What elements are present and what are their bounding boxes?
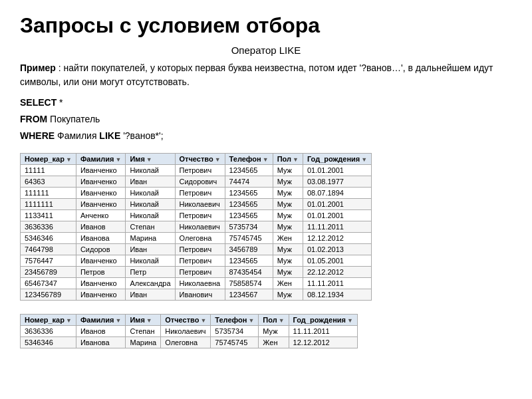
result-table-header-Отчество: Отчество▼ [161, 314, 211, 325]
table-cell: 08.07.1894 [303, 187, 371, 198]
table-cell: 03.08.1977 [303, 176, 371, 187]
result-table-cell: 5346346 [21, 336, 76, 348]
table-cell: Петрович [175, 255, 225, 266]
table-cell: Петров [76, 266, 126, 277]
table-cell: Иванченко [76, 176, 126, 187]
result-table-cell: Иванова [76, 336, 126, 348]
main-table-row: 1133411АнченкоНиколайПетрович1234565Муж0… [21, 209, 372, 221]
table-cell: 1133411 [21, 209, 76, 221]
result-table-cell: Николаевич [161, 325, 211, 336]
page-title: Запросы с условием отбора [20, 13, 512, 38]
table-cell: Николай [126, 164, 175, 176]
table-cell: 01.01.2001 [303, 164, 371, 176]
table-cell: Иванов [76, 221, 126, 232]
result-table-cell: 75745745 [211, 336, 259, 348]
result-table-header-Фамилия: Фамилия▼ [76, 314, 126, 325]
table-cell: 08.12.1934 [303, 289, 371, 300]
table-cell: 64363 [21, 176, 76, 187]
result-table-header-Номер_кар: Номер_кар▼ [21, 314, 76, 325]
table-cell: Муж [273, 187, 303, 198]
table-cell: Муж [273, 243, 303, 255]
table-cell: Петр [126, 266, 175, 277]
table-cell: 7464798 [21, 243, 76, 255]
table-cell: Иванченко [76, 277, 126, 289]
table-cell: Александра [126, 277, 175, 289]
table-cell: 11.11.2011 [303, 221, 371, 232]
table-cell: Анченко [76, 209, 126, 221]
result-table-cell: 11.11.2011 [289, 325, 357, 336]
table-cell: Петрович [175, 164, 225, 176]
result-table-container: Номер_кар▼Фамилия▼Имя▼Отчество▼Телефон▼П… [20, 314, 512, 348]
main-table-header-Телефон: Телефон▼ [225, 153, 273, 164]
table-cell: Николай [126, 187, 175, 198]
table-cell: 1234565 [225, 255, 273, 266]
main-table-row: 3636336ИвановСтепанНиколаевич5735734Муж1… [21, 221, 372, 232]
main-table-row: 123456789ИванченкоИванИванович1234567Муж… [21, 289, 372, 300]
table-cell: 1234567 [225, 289, 273, 300]
table-cell: 3456789 [225, 243, 273, 255]
table-cell: Иван [126, 289, 175, 300]
table-cell: Иван [126, 243, 175, 255]
table-cell: Иванович [175, 289, 225, 300]
table-cell: Муж [273, 289, 303, 300]
main-table-row: 1111111ИванченкоНиколайНиколаевич1234565… [21, 198, 372, 209]
table-cell: 23456789 [21, 266, 76, 277]
table-cell: 65467347 [21, 277, 76, 289]
main-table-header-Год_рождения: Год_рождения▼ [303, 153, 371, 164]
result-table-row: 5346346ИвановаМаринаОлеговна75745745Жен1… [21, 336, 358, 348]
operator-title: Оператор LIKE [20, 45, 512, 56]
table-cell: 75858574 [225, 277, 273, 289]
table-cell: Муж [273, 176, 303, 187]
result-table: Номер_кар▼Фамилия▼Имя▼Отчество▼Телефон▼П… [20, 314, 358, 348]
table-cell: 1234565 [225, 187, 273, 198]
table-cell: Муж [273, 209, 303, 221]
main-table-row: 7464798СидоровИванПетрович3456789Муж01.0… [21, 243, 372, 255]
main-table: Номер_кар▼Фамилия▼Имя▼Отчество▼Телефон▼П… [20, 153, 372, 301]
table-cell: 12.12.2012 [303, 232, 371, 243]
table-cell: Иванченко [76, 198, 126, 209]
table-cell: Сидоров [76, 243, 126, 255]
table-cell: Петрович [175, 266, 225, 277]
table-cell: Иванченко [76, 187, 126, 198]
result-table-cell: Муж [259, 325, 289, 336]
table-cell: 87435454 [225, 266, 273, 277]
table-cell: 01.01.2001 [303, 209, 371, 221]
result-table-cell: 3636336 [21, 325, 76, 336]
main-table-row: 64363ИванченкоИванСидорович74474Муж03.08… [21, 176, 372, 187]
table-cell: Иванченко [76, 164, 126, 176]
table-cell: 74474 [225, 176, 273, 187]
sql-line2: FROM Покупатель [20, 111, 512, 128]
result-table-cell: Олеговна [161, 336, 211, 348]
table-cell: Николай [126, 255, 175, 266]
table-cell: 123456789 [21, 289, 76, 300]
table-cell: Муж [273, 164, 303, 176]
main-table-row: 111111ИванченкоНиколайПетрович1234565Муж… [21, 187, 372, 198]
table-cell: Муж [273, 266, 303, 277]
operator-label: Оператор [231, 45, 277, 56]
result-table-cell: Жен [259, 336, 289, 348]
main-table-header-Имя: Имя▼ [126, 153, 175, 164]
table-cell: Иванченко [76, 255, 126, 266]
table-cell: 1111111 [21, 198, 76, 209]
table-cell: Иван [126, 176, 175, 187]
table-cell: Петрович [175, 243, 225, 255]
description-text: : найти покупателей, у которых первая бу… [20, 63, 493, 87]
result-table-cell: Степан [126, 325, 161, 336]
main-table-header-Пол: Пол▼ [273, 153, 303, 164]
table-cell: Петрович [175, 187, 225, 198]
table-cell: Жен [273, 232, 303, 243]
main-table-row: 23456789ПетровПетрПетрович87435454Муж22.… [21, 266, 372, 277]
main-table-header-Отчество: Отчество▼ [175, 153, 225, 164]
result-table-row: 3636336ИвановСтепанНиколаевич5735734Муж1… [21, 325, 358, 336]
table-cell: 11.11.2011 [303, 277, 371, 289]
result-table-cell: Марина [126, 336, 161, 348]
sql-line3: WHERE Фамилия LIKE '?ванов*'; [20, 128, 512, 144]
table-cell: 5735734 [225, 221, 273, 232]
table-cell: Жен [273, 277, 303, 289]
table-cell: 111111 [21, 187, 76, 198]
table-cell: 7576447 [21, 255, 76, 266]
table-cell: Николай [126, 209, 175, 221]
sql-code: SELECT * FROM Покупатель WHERE Фамилия L… [20, 94, 512, 145]
table-cell: Муж [273, 198, 303, 209]
table-cell: 1234565 [225, 164, 273, 176]
